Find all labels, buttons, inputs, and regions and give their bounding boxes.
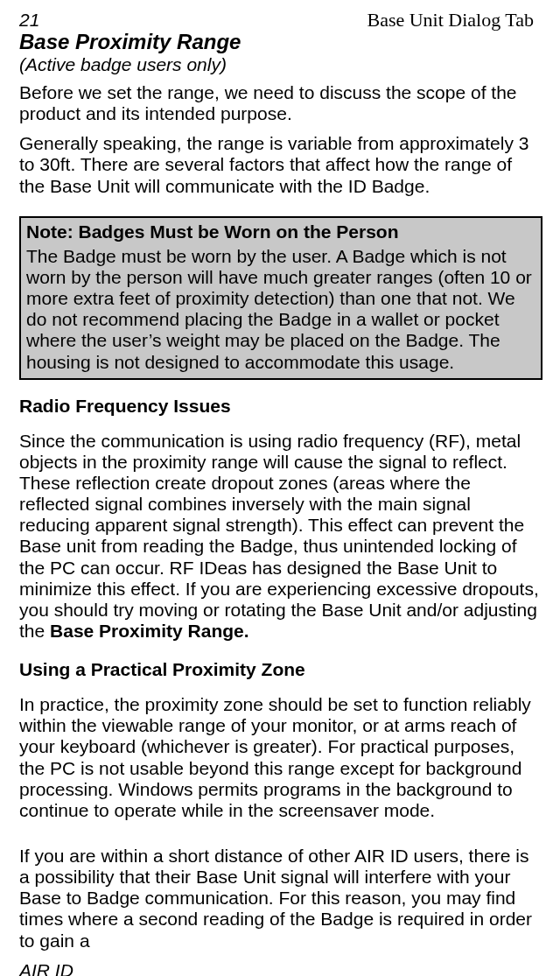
page-footer: AIR ID [19, 960, 542, 976]
page-header: 21 Base Unit Dialog Tab [19, 9, 542, 32]
intro-paragraph-2: Generally speaking, the range is variabl… [19, 133, 542, 196]
section-rf-body-bold: Base Proximity Range. [50, 621, 249, 641]
section-rf-body-text: Since the communication is using radio f… [19, 431, 539, 641]
section-heading-zone: Using a Practical Proximity Zone [19, 659, 542, 680]
section-heading-rf: Radio Frequency Issues [19, 396, 542, 417]
page-number: 21 [19, 10, 39, 31]
note-box: Note: Badges Must be Worn on the Person … [19, 216, 542, 380]
section-rf-body: Since the communication is using radio f… [19, 431, 542, 642]
page-container: 21 Base Unit Dialog Tab Base Proximity R… [0, 0, 560, 976]
intro-paragraph-1: Before we set the range, we need to disc… [19, 82, 542, 124]
section-zone-body-2: If you are within a short distance of ot… [19, 846, 542, 951]
section-zone-body-1: In practice, the proximity zone should b… [19, 694, 542, 821]
note-body: The Badge must be worn by the user. A Ba… [26, 246, 536, 373]
page-title: Base Proximity Range [19, 30, 542, 54]
note-title: Note: Badges Must be Worn on the Person [26, 221, 536, 242]
page-subtitle: (Active badge users only) [19, 54, 542, 75]
header-right-text: Base Unit Dialog Tab [367, 9, 534, 32]
